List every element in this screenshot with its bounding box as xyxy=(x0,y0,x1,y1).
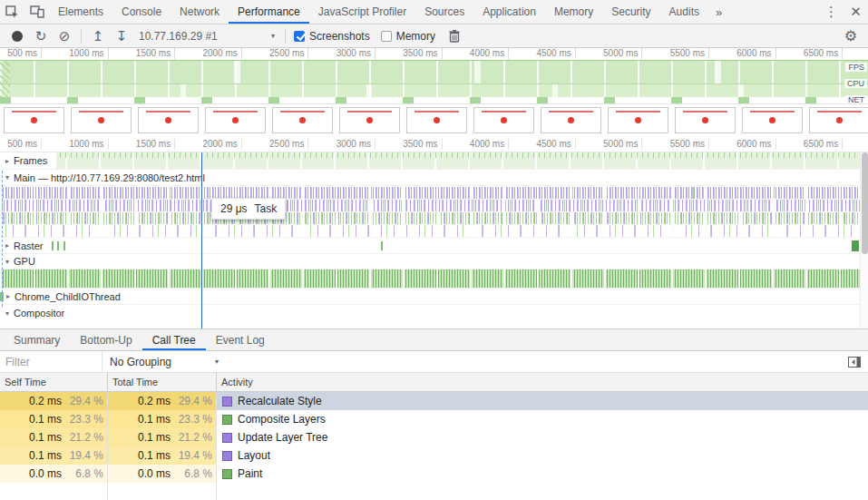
screenshot-thumbnail[interactable] xyxy=(339,107,400,133)
thumbnail-dot xyxy=(299,117,306,123)
tab-application[interactable]: Application xyxy=(473,0,545,24)
more-tabs-button[interactable]: » xyxy=(708,0,729,24)
screenshot-thumbnail[interactable] xyxy=(473,107,534,133)
flame-chart-row[interactable] xyxy=(0,187,868,199)
gpu-track-label: GPU xyxy=(14,256,35,267)
frames-track-header[interactable]: ▸ Frames xyxy=(0,152,56,169)
memory-checkbox[interactable] xyxy=(381,31,392,42)
main-track[interactable]: ▾ Main — http://10.77.169.29:8080/test2.… xyxy=(0,170,868,186)
call-tree-row[interactable]: 0.0 ms6.8 %0.0 ms6.8 %Paint xyxy=(0,465,868,483)
memory-toggle[interactable]: Memory xyxy=(381,30,435,43)
ruler-tick: 1000 ms xyxy=(67,139,109,150)
load-profile-button[interactable]: ↥ xyxy=(86,25,110,47)
device-toolbar-button[interactable] xyxy=(24,0,49,24)
tracks-scrollbar[interactable] xyxy=(860,152,868,328)
gpu-track-header[interactable]: ▾ GPU xyxy=(0,254,44,269)
screenshot-thumbnail[interactable] xyxy=(205,107,266,133)
target-select[interactable]: 10.77.169.29 #1 ▾ xyxy=(133,26,280,46)
expander-expanded-icon[interactable]: ▾ xyxy=(5,309,9,318)
show-heaviest-stack-button[interactable] xyxy=(848,357,861,368)
call-tree-row[interactable]: 0.1 ms21.2 %0.1 ms21.2 %Update Layer Tre… xyxy=(0,428,868,446)
raster-track-label: Raster xyxy=(14,240,43,251)
filter-input[interactable] xyxy=(0,351,102,372)
screenshot-thumbnail[interactable] xyxy=(742,107,803,133)
scrollbar-thumb[interactable] xyxy=(862,152,868,254)
grouping-select[interactable]: No Grouping ▾ xyxy=(110,356,226,368)
call-tree-row[interactable]: 0.1 ms23.3 %0.1 ms23.3 %Composite Layers xyxy=(0,410,868,428)
screenshot-thumbnail[interactable] xyxy=(406,107,467,133)
clear-recording-button[interactable]: ⊘ xyxy=(53,25,76,47)
record-icon xyxy=(12,31,23,42)
main-track-header[interactable]: ▾ Main — http://10.77.169.29:8080/test2.… xyxy=(0,170,214,185)
total-time-percent: 23.3 % xyxy=(174,413,212,426)
expander-collapsed-icon[interactable]: ▸ xyxy=(5,241,9,250)
gpu-track[interactable]: ▾ GPU xyxy=(0,254,868,270)
expander-collapsed-icon[interactable]: ▸ xyxy=(5,157,9,165)
tab-console[interactable]: Console xyxy=(112,0,171,24)
detail-tabs: SummaryBottom-UpCall TreeEvent Log xyxy=(0,328,868,351)
screenshots-label: Screenshots xyxy=(309,30,370,43)
io-thread-track[interactable]: ▸ Chrome_ChildIOThread xyxy=(0,289,868,305)
save-profile-button[interactable]: ↧ xyxy=(110,25,133,47)
frames-activity-strip[interactable] xyxy=(0,152,868,169)
tab-elements[interactable]: Elements xyxy=(49,0,112,24)
collect-garbage-button[interactable] xyxy=(443,25,466,47)
gpu-activity-strip[interactable] xyxy=(0,270,868,289)
tab-audits[interactable]: Audits xyxy=(660,0,708,24)
timeline-tracks[interactable]: ▸ Frames ▾ Main — http://10.77.169.29:80… xyxy=(0,152,868,328)
overview-ruler: 500 ms1000 ms1500 ms2000 ms2500 ms3000 m… xyxy=(0,48,868,60)
tooltip-duration: 29 μs xyxy=(220,202,248,215)
inspect-element-button[interactable] xyxy=(0,0,24,24)
reload-and-profile-button[interactable]: ↻ xyxy=(29,25,53,47)
ruler-tick: 3000 ms xyxy=(334,139,375,150)
call-tree-row[interactable]: 0.2 ms29.4 %0.2 ms29.4 %Recalculate Styl… xyxy=(0,392,868,410)
compositor-track[interactable]: ▾ Compositor xyxy=(0,305,868,321)
call-tree-header: Self Time Total Time Activity xyxy=(0,373,868,392)
devtools-window: ElementsConsoleNetworkPerformanceJavaScr… xyxy=(0,0,868,500)
flame-chart-row[interactable] xyxy=(0,225,868,237)
screenshot-thumbnail[interactable] xyxy=(4,107,64,133)
screenshot-thumbnail[interactable] xyxy=(138,107,199,133)
tab-memory[interactable]: Memory xyxy=(545,0,602,24)
expander-collapsed-icon[interactable]: ▸ xyxy=(6,292,10,300)
screenshot-thumbnail[interactable] xyxy=(541,107,601,133)
tab-performance[interactable]: Performance xyxy=(229,0,309,24)
column-activity[interactable]: Activity xyxy=(217,373,868,391)
frames-track[interactable]: ▸ Frames xyxy=(0,152,868,170)
expander-expanded-icon[interactable]: ▾ xyxy=(5,258,9,266)
screenshot-thumbnail[interactable] xyxy=(809,107,868,133)
tab-sources[interactable]: Sources xyxy=(415,0,473,24)
screenshots-checkbox[interactable] xyxy=(294,31,305,42)
screenshots-toggle[interactable]: Screenshots xyxy=(294,30,370,43)
raster-track-header[interactable]: ▸ Raster xyxy=(0,238,52,253)
tab-security[interactable]: Security xyxy=(602,0,659,24)
screenshot-thumbnail[interactable] xyxy=(272,107,333,133)
tab-javascript-profiler[interactable]: JavaScript Profiler xyxy=(309,0,415,24)
detail-tab-call-tree[interactable]: Call Tree xyxy=(142,329,206,350)
total-time-percent: 6.8 % xyxy=(174,467,212,480)
settings-button[interactable]: ⚙ xyxy=(839,25,863,47)
thumbnail-text xyxy=(280,111,325,113)
expander-expanded-icon[interactable]: ▾ xyxy=(5,173,9,181)
detail-tab-bottom-up[interactable]: Bottom-Up xyxy=(70,329,141,350)
flame-chart-row[interactable] xyxy=(0,212,868,224)
raster-track[interactable]: ▸ Raster xyxy=(0,238,868,254)
devtools-menu-button[interactable]: ⋮ xyxy=(819,0,844,24)
record-button[interactable] xyxy=(5,25,29,47)
main-flame-chart[interactable] xyxy=(0,187,868,238)
io-track-header[interactable]: ▸ Chrome_ChildIOThread xyxy=(0,289,130,304)
compositor-track-header[interactable]: ▾ Compositor xyxy=(0,305,73,321)
timeline-overview[interactable]: 500 ms1000 ms1500 ms2000 ms2500 ms3000 m… xyxy=(0,48,868,104)
screenshot-thumbnail[interactable] xyxy=(71,107,132,133)
screenshot-thumbnail[interactable] xyxy=(675,107,736,133)
flame-chart-row[interactable] xyxy=(0,200,868,211)
tab-network[interactable]: Network xyxy=(171,0,229,24)
thumbnail-text xyxy=(414,111,459,113)
screenshot-thumbnail[interactable] xyxy=(608,107,668,133)
detail-tab-event-log[interactable]: Event Log xyxy=(206,329,275,350)
devtools-close-button[interactable]: ✕ xyxy=(844,0,868,24)
column-total-time[interactable]: Total Time xyxy=(108,373,217,391)
call-tree-row[interactable]: 0.1 ms19.4 %0.1 ms19.4 %Layout xyxy=(0,446,868,465)
detail-tab-summary[interactable]: Summary xyxy=(4,329,70,350)
column-self-time[interactable]: Self Time xyxy=(0,373,108,391)
